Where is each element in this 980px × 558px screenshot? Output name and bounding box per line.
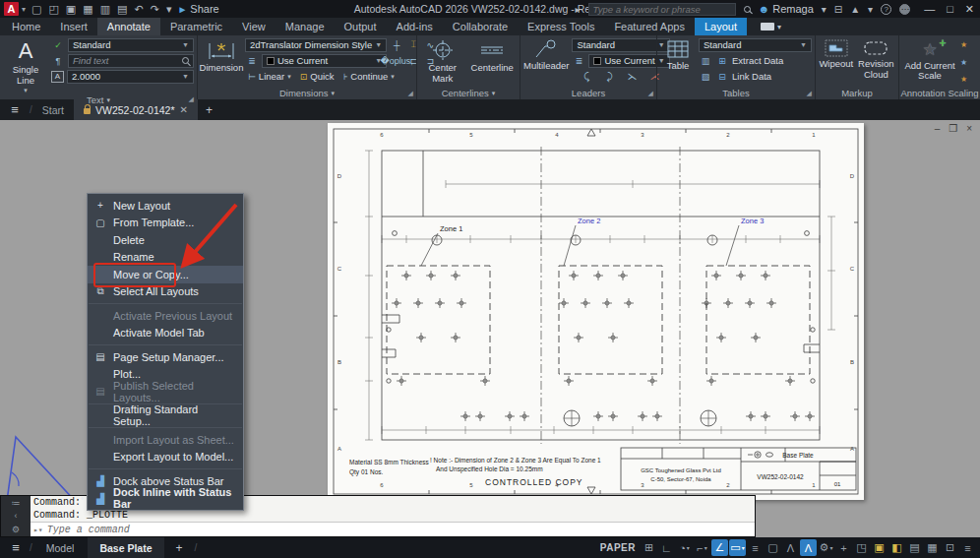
search-input[interactable] — [588, 3, 736, 16]
dim-break-icon[interactable]: ┼ — [390, 38, 403, 51]
menu-item-dock-inline-with-status-bar[interactable]: •▟Dock Inline with Status Bar — [88, 490, 243, 508]
leaders-panel-footer[interactable]: Leaders ◢ — [521, 87, 656, 99]
centerline-button[interactable]: Centerline — [468, 37, 517, 87]
annotation-scale-icon[interactable]: ⚙▾ — [818, 539, 834, 556]
qat-dropdown-icon[interactable]: ▾ — [166, 3, 172, 16]
continue-dimension-button[interactable]: ⊦ Continue ▾ — [340, 71, 398, 82]
linear-dimension-button[interactable]: ⊢ Linear ▾ — [245, 71, 294, 82]
dim-tolerance-icon[interactable]: �oplus; — [390, 54, 403, 67]
lineweight-icon[interactable]: ≡ — [747, 539, 764, 556]
dimensions-panel-footer[interactable]: Dimensions ▾ ◢ — [198, 87, 416, 99]
leader-align-icon[interactable]: ⋋ — [625, 71, 640, 82]
menu-item-delete[interactable]: Delete — [88, 231, 243, 249]
ribbon-tab-featured-apps[interactable]: Featured Apps — [604, 18, 695, 35]
maximize-button[interactable]: □ — [947, 3, 953, 16]
plot-icon[interactable]: ▤ — [117, 3, 127, 16]
menu-item-select-all-layouts[interactable]: ⧉Select All Layouts — [88, 283, 243, 301]
help-icon[interactable]: ? — [881, 4, 891, 15]
markup-panel-footer[interactable]: Markup — [816, 87, 898, 99]
text-dialog-launcher-icon[interactable]: ◢ — [189, 95, 194, 103]
graphics-performance-icon[interactable]: ◧ — [888, 539, 905, 556]
user-account[interactable]: ☻ Remaga — [759, 3, 814, 15]
ribbon-tab-layout[interactable]: Layout — [695, 18, 747, 35]
ribbon-tab-output[interactable]: Output — [335, 18, 387, 35]
ribbon-tab-add-ins[interactable]: Add-ins — [387, 18, 443, 35]
find-search-icon[interactable] — [182, 57, 189, 64]
ribbon-display-toggle[interactable]: ▾ — [761, 18, 781, 35]
table-button[interactable]: Table — [660, 37, 696, 87]
viewport-close-icon[interactable]: × — [966, 123, 972, 134]
dimension-button[interactable]: Dimension — [201, 37, 242, 87]
centerlines-panel-footer[interactable]: Centerlines ▾ — [417, 87, 520, 99]
dim-style-dropdown[interactable]: 2dTranslator Dimension Style ▼ — [245, 38, 387, 52]
ribbon-tab-insert[interactable]: Insert — [50, 18, 97, 35]
snap-mode-icon[interactable]: ⊞ — [641, 539, 657, 556]
model-tab[interactable]: Model — [34, 537, 87, 558]
menu-item-drafting-standard-setup[interactable]: Drafting Standard Setup... — [88, 407, 243, 425]
autodesk-mark-icon[interactable]: ▲ — [850, 4, 860, 15]
autocad-logo[interactable]: A — [4, 2, 19, 16]
menu-item-rename[interactable]: Rename — [88, 249, 243, 267]
autodesk-caret-icon[interactable]: ▾ — [868, 4, 873, 15]
status-menu-icon[interactable]: ≡ — [4, 540, 28, 555]
ribbon-tab-annotate[interactable]: Annotate — [97, 18, 160, 35]
drawing-tabs-icon[interactable]: ▦ — [924, 539, 941, 556]
text-style-dropdown[interactable]: Standard ▼ — [68, 38, 194, 52]
paper-space-indicator[interactable]: PAPER — [600, 542, 636, 553]
text-height-dropdown[interactable]: 2.0000 ▼ — [67, 70, 194, 84]
save-icon[interactable]: ▣ — [66, 3, 76, 16]
command-customize-icon[interactable]: ⚙ — [12, 525, 20, 534]
multileader-button[interactable]: Multileader — [523, 37, 569, 87]
tables-dialog-launcher-icon[interactable]: ◢ — [807, 90, 812, 97]
logo-caret-icon[interactable]: ▾ — [22, 5, 26, 14]
object-snap-icon[interactable]: ▭▾ — [729, 539, 746, 556]
single-line-text-button[interactable]: A Single Line ▾ — [3, 37, 48, 94]
export-icon[interactable]: ▥ — [100, 3, 110, 16]
grid-display-icon[interactable]: ∟ — [658, 539, 675, 556]
plot-status-icon[interactable]: ▤ — [906, 539, 923, 556]
tables-panel-footer[interactable]: Tables ◢ — [657, 87, 815, 99]
redo-icon[interactable]: ↷ — [151, 3, 159, 16]
close-button[interactable]: ✕ — [965, 3, 974, 16]
menu-item-export-layout-to-model[interactable]: Export Layout to Model... — [88, 449, 243, 466]
spell-check-icon[interactable]: ✓ — [51, 38, 65, 51]
app-store-icon[interactable]: ⊟ — [834, 4, 842, 15]
annotation-visibility-icon[interactable]: Λ — [782, 539, 799, 556]
link-data-button[interactable]: Link Data — [732, 71, 771, 82]
leader-add-icon[interactable]: ⤹ — [580, 71, 594, 83]
viewport-restore-icon[interactable]: ❐ — [949, 123, 957, 134]
share-button[interactable]: ► Share — [177, 3, 218, 15]
isolate-objects-icon[interactable]: ▣ — [871, 539, 888, 556]
ribbon-tab-view[interactable]: View — [232, 18, 276, 35]
mleader-style-dropdown[interactable]: Standard ▼ — [572, 38, 669, 52]
ribbon-tab-parametric[interactable]: Parametric — [160, 18, 232, 35]
ribbon-tab-manage[interactable]: Manage — [276, 18, 335, 35]
ribbon-tab-home[interactable]: Home — [2, 18, 50, 35]
menu-item-new-layout[interactable]: +New Layout — [88, 197, 243, 215]
user-caret-icon[interactable]: ▾ — [822, 4, 827, 15]
annotation-scaling-panel-footer[interactable]: Annotation Scaling — [899, 87, 980, 99]
add-current-scale-button[interactable]: ★+ Add Current Scale — [902, 37, 957, 87]
layout-sheet[interactable]: Zone 1 Zone 2 Zone 3 — [328, 123, 864, 500]
object-snap-tracking-icon[interactable]: ∠ — [711, 539, 728, 556]
new-drawing-tab-button[interactable]: + — [198, 99, 220, 120]
layout-tab-base-plate[interactable]: Base Plate — [88, 537, 163, 558]
delete-scale-icon[interactable]: ★ — [960, 75, 967, 84]
text-panel-footer[interactable]: Text ▾ ◢ — [0, 94, 197, 105]
search-icon[interactable] — [744, 6, 751, 13]
workspace-switching-icon[interactable]: ◳ — [853, 539, 870, 556]
center-mark-button[interactable]: Center Mark — [420, 37, 465, 87]
new-layout-button[interactable]: + — [166, 541, 193, 555]
upload-data-icon[interactable]: ▧ — [699, 70, 712, 83]
selection-cycling-icon[interactable]: ▢ — [765, 539, 781, 556]
table-cell-icon[interactable]: ▥ — [699, 54, 712, 67]
assistant-icon[interactable]: ⋯ — [899, 4, 910, 15]
leader-remove-icon[interactable]: ⤸ — [602, 71, 617, 83]
dim-layer-dropdown[interactable]: Use Current ▼ — [262, 54, 387, 68]
command-collapse-icon[interactable]: ‹ — [15, 511, 18, 521]
quick-dimension-button[interactable]: ⊡ Quick — [297, 71, 337, 82]
leaders-dialog-launcher-icon[interactable]: ◢ — [648, 90, 653, 97]
isometric-drafting-icon[interactable]: ⌐▾ — [694, 539, 710, 556]
extract-data-button[interactable]: Extract Data — [732, 55, 783, 66]
menu-item-activate-model-tab[interactable]: Activate Model Tab — [88, 325, 243, 342]
